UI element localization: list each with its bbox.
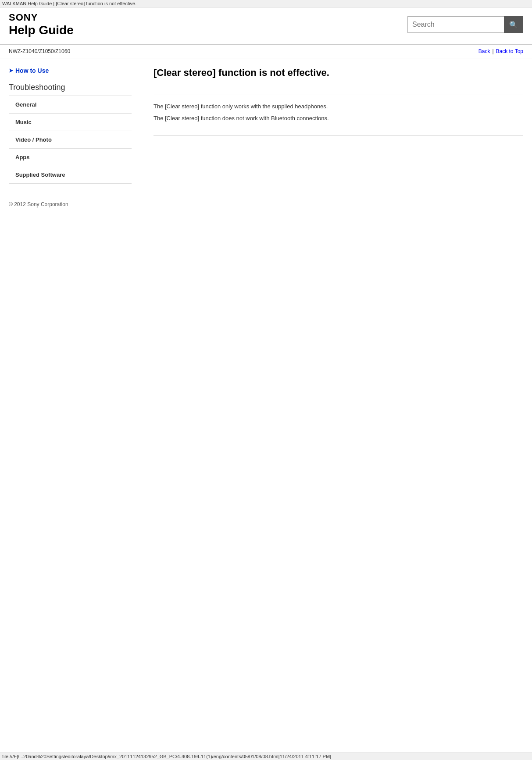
search-area: 🔍 (407, 16, 523, 33)
back-to-top-link[interactable]: Back to Top (496, 48, 523, 54)
sidebar-item-video-photo[interactable]: Video / Photo (9, 131, 132, 149)
copyright-text: © 2012 Sony Corporation (9, 201, 68, 207)
sidebar: ➤ How to Use Troubleshooting General Mus… (9, 67, 140, 184)
search-input[interactable] (407, 16, 504, 33)
nav-separator: | (492, 48, 493, 54)
search-button[interactable]: 🔍 (504, 16, 523, 33)
model-number: NWZ-Z1040/Z1050/Z1060 (9, 48, 70, 54)
troubleshooting-title: Troubleshooting (9, 83, 132, 96)
chevron-right-icon: ➤ (9, 68, 13, 74)
browser-title-bar: WALKMAN Help Guide | [Clear stereo] func… (0, 0, 532, 7)
browser-title-text: WALKMAN Help Guide | [Clear stereo] func… (2, 1, 136, 6)
how-to-use-link[interactable]: ➤ How to Use (9, 67, 132, 74)
article-point-2: The [Clear stereo] function does not wor… (154, 115, 523, 121)
sony-logo: SONY (9, 12, 74, 23)
status-url: file:///F|/...20and%20Settings/editorala… (2, 754, 331, 759)
article-point-1: The [Clear stereo] function only works w… (154, 103, 523, 110)
help-guide-title: Help Guide (9, 23, 74, 37)
sidebar-item-label: Video / Photo (15, 136, 52, 143)
sidebar-item-label: Supplied Software (15, 171, 65, 178)
article-title: [Clear stereo] function is not effective… (154, 67, 523, 85)
sidebar-item-general[interactable]: General (9, 96, 132, 114)
article-content: [Clear stereo] function is not effective… (140, 67, 523, 184)
back-link[interactable]: Back (478, 48, 490, 54)
page-header: SONY Help Guide 🔍 (0, 7, 532, 45)
main-content: ➤ How to Use Troubleshooting General Mus… (0, 58, 532, 193)
search-icon: 🔍 (509, 21, 518, 29)
logo-area: SONY Help Guide (9, 12, 74, 37)
sidebar-item-label: Apps (15, 154, 30, 161)
how-to-use-label: How to Use (15, 67, 49, 74)
nav-bar: NWZ-Z1040/Z1050/Z1060 Back | Back to Top (0, 45, 532, 58)
sidebar-item-supplied-software[interactable]: Supplied Software (9, 166, 132, 184)
sidebar-item-label: Music (15, 119, 32, 125)
status-bar: file:///F|/...20and%20Settings/editorala… (0, 753, 532, 760)
sidebar-item-label: General (15, 101, 36, 108)
article-body: The [Clear stereo] function only works w… (154, 94, 523, 136)
sidebar-item-apps[interactable]: Apps (9, 149, 132, 166)
sidebar-item-music[interactable]: Music (9, 114, 132, 131)
footer: © 2012 Sony Corporation (0, 193, 532, 216)
nav-links: Back | Back to Top (478, 48, 523, 54)
troubleshooting-section: Troubleshooting General Music Video / Ph… (9, 83, 132, 184)
